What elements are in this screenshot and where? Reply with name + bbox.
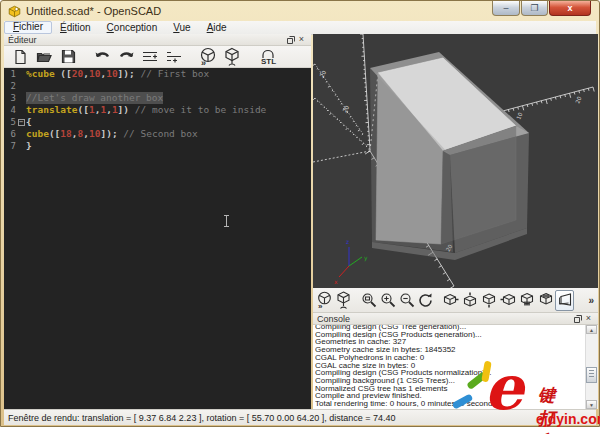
- scroll-down-button[interactable]: ▼: [586, 400, 597, 409]
- indent-button[interactable]: [162, 47, 186, 67]
- tick-label: 20: [342, 104, 351, 113]
- code-token: translate: [26, 104, 77, 116]
- tick-label: 10: [515, 111, 523, 120]
- code-token: {: [26, 116, 32, 128]
- close-button[interactable]: x: [549, 1, 591, 16]
- console-line: Compiling background (1 CSG Trees)...: [315, 377, 585, 385]
- menu-item-conception[interactable]: Conception: [99, 22, 166, 34]
- undo-button[interactable]: [90, 47, 114, 67]
- openscad-logo-icon: [8, 5, 21, 18]
- line-number: 4: [4, 104, 16, 116]
- openscad-app: Untitled.scad* - OpenSCAD – ❐ x FichierÉ…: [0, 0, 600, 434]
- console-line: CGAL cache size in bytes: 0: [315, 362, 585, 370]
- vp-preview-button[interactable]: »: [315, 290, 334, 311]
- code-line: 5−{: [4, 116, 311, 128]
- view-back-button[interactable]: [536, 290, 555, 311]
- menu-item-aide[interactable]: Aide: [199, 22, 235, 34]
- new-file-button[interactable]: [8, 47, 32, 67]
- redo-button[interactable]: [114, 47, 138, 67]
- console-close-icon[interactable]: ×: [583, 314, 594, 323]
- svg-text:»: »: [201, 58, 206, 67]
- maximize-button[interactable]: ❐: [521, 1, 548, 16]
- view-left-button[interactable]: [498, 290, 517, 311]
- code-token: ]): [118, 104, 135, 116]
- open-file-button[interactable]: [32, 47, 56, 67]
- console-line: Compiling design (CSG Products generatio…: [315, 331, 585, 339]
- code-token: %cube: [26, 68, 60, 80]
- status-text: Fenêtre de rendu: translation = [ 9.37 6…: [8, 413, 396, 423]
- scrollbar-thumb[interactable]: [586, 367, 597, 383]
- window-title: Untitled.scad* - OpenSCAD: [26, 5, 161, 17]
- editor-float-icon[interactable]: [285, 35, 296, 44]
- vp-render-button[interactable]: [334, 290, 353, 311]
- preview-button[interactable]: »: [196, 47, 220, 67]
- console-float-icon[interactable]: [572, 314, 583, 323]
- editor-toolbar: » STL: [4, 46, 311, 68]
- minimize-button[interactable]: –: [492, 1, 520, 16]
- code-token: ]);: [100, 128, 123, 140]
- render-button[interactable]: [220, 47, 244, 67]
- line-number: 6: [4, 128, 16, 140]
- axis-label-z: z: [346, 238, 349, 245]
- view-top-button[interactable]: [460, 290, 479, 311]
- line-number: 2: [4, 80, 16, 92]
- toolbar-overflow-chevron[interactable]: »: [588, 295, 596, 306]
- view-bottom-button[interactable]: [479, 290, 498, 311]
- console-line: Total rendering time: 0 hours, 0 minutes…: [315, 400, 585, 408]
- code-token: // Second box: [123, 128, 197, 140]
- code-token: 10: [106, 68, 117, 80]
- code-token: // move it to be inside: [135, 104, 267, 116]
- code-token: ([: [49, 128, 60, 140]
- code-token: 10: [89, 128, 100, 140]
- menu-item-dition[interactable]: Édition: [52, 22, 99, 34]
- code-token: // First box: [141, 68, 210, 80]
- editor-panel-title: Éditeur: [8, 35, 37, 45]
- code-token: 10: [89, 68, 100, 80]
- zoom-in-button[interactable]: [378, 290, 397, 311]
- svg-text:»: »: [318, 302, 323, 310]
- reset-view-button[interactable]: [416, 290, 435, 311]
- code-line: 3//Let's draw another box: [4, 92, 311, 104]
- view-perspective-button[interactable]: [555, 290, 574, 311]
- export-stl-button[interactable]: STL: [254, 47, 284, 67]
- zoom-out-button[interactable]: [397, 290, 416, 311]
- view-front-button[interactable]: [517, 290, 536, 311]
- console-line: Compile and preview finished.: [315, 392, 585, 400]
- zoom-all-button[interactable]: [359, 290, 378, 311]
- code-line: 4translate([1,1,1]) // move it to be ins…: [4, 104, 311, 116]
- line-number: 7: [4, 140, 16, 152]
- tick-label: 20: [319, 69, 328, 78]
- code-line: 2: [4, 80, 311, 92]
- scroll-up-button[interactable]: ▲: [586, 325, 597, 334]
- editor-close-icon[interactable]: ×: [296, 35, 307, 44]
- view-right-button[interactable]: [441, 290, 460, 311]
- status-bar: Fenêtre de rendu: translation = [ 9.37 6…: [4, 409, 596, 425]
- code-token: 20: [72, 68, 83, 80]
- menu-bar: FichierÉditionConceptionVueAide: [4, 21, 596, 35]
- menu-item-fichier[interactable]: Fichier: [4, 21, 52, 34]
- code-token: ([: [60, 68, 71, 80]
- console-line: Geometry cache size in bytes: 1845352: [315, 346, 585, 354]
- svg-text:STL: STL: [261, 57, 276, 66]
- code-line: 7}: [4, 140, 311, 152]
- console-panel[interactable]: Compiling design (CSG Tree generation)..…: [313, 325, 598, 409]
- unindent-button[interactable]: [138, 47, 162, 67]
- console-line: CGAL Polyhedrons in cache: 0: [315, 354, 585, 362]
- console-line: Geometries in cache: 327: [315, 338, 585, 346]
- code-token: cube: [26, 128, 49, 140]
- console-line: Compiling design (CSG Products normaliza…: [315, 369, 585, 377]
- code-token: ([: [77, 104, 88, 116]
- editor-panel: Éditeur ×: [4, 34, 311, 409]
- editor-panel-header: Éditeur ×: [4, 34, 311, 46]
- title-bar[interactable]: Untitled.scad* - OpenSCAD – ❐ x: [1, 1, 599, 21]
- code-editor-area[interactable]: 1%cube ([20,10,10]); // First box23//Let…: [4, 68, 311, 409]
- viewport-toolbar: »: [313, 288, 598, 313]
- viewport-3d[interactable]: 20 20 10 20 10 20: [313, 34, 598, 288]
- code-token: //Let's draw another box: [26, 92, 163, 104]
- ibeam-cursor: [226, 216, 227, 226]
- console-scrollbar[interactable]: ▲ ▼: [585, 325, 598, 409]
- line-number: 5: [4, 116, 16, 128]
- fold-marker[interactable]: −: [18, 119, 25, 126]
- save-button[interactable]: [56, 47, 80, 67]
- menu-item-vue[interactable]: Vue: [165, 22, 198, 34]
